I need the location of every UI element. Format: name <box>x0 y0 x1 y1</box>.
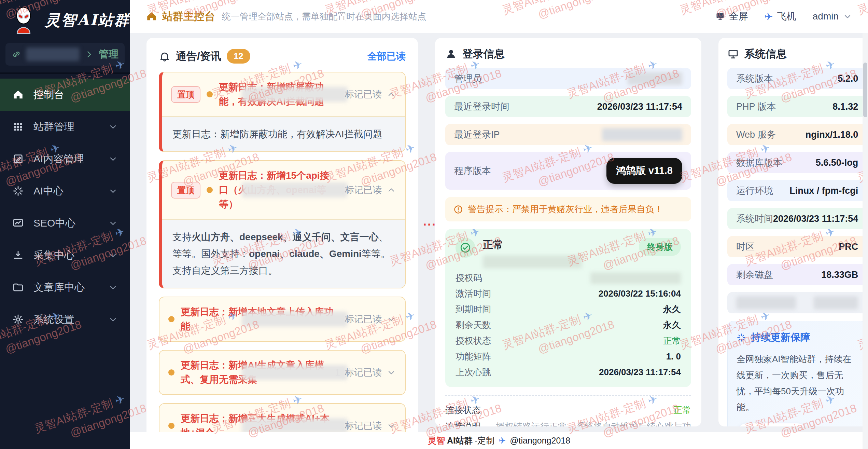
connection-row: 连接状态正常 <box>445 404 691 416</box>
pinned-badge: 置顶 <box>171 86 200 103</box>
notice-body: 支持火山方舟、deepseek、通义千问、文言一心、等等。国外支持：openai… <box>162 219 405 288</box>
guarantee-pill: 持续在线更新 <box>737 423 808 426</box>
footer-suffix: -定制 <box>475 435 494 446</box>
row-label: 最近登录IP <box>454 128 500 141</box>
sidebar-item-sites[interactable]: 站群管理 <box>0 111 130 143</box>
notice-item[interactable]: 置顶更新日志：新增防屏蔽功能，有效解决AI拦截问题标记已读更新日志：新增防屏蔽功… <box>159 72 406 152</box>
site-selector[interactable]: 管理 <box>5 43 125 66</box>
row-value: 2026/03/23 11:17:54 <box>597 101 682 112</box>
license-row: 激活时间2026/03/22 15:16:04 <box>456 288 681 300</box>
scrollbar[interactable] <box>863 33 868 449</box>
sidebar-item-ai-content[interactable]: AI内容管理 <box>0 143 130 175</box>
chevron-down-icon[interactable] <box>387 314 396 324</box>
row-label: 激活时间 <box>456 288 491 300</box>
app-root: 灵智AI站群 管理 控制台站群管理AI内容管理AI中心SEO中心采集中心文章库中… <box>0 0 868 449</box>
notice-item[interactable]: 更新日志：新增三大生成模式AI+本地+混合标记已读 <box>159 403 406 432</box>
grid-icon <box>12 121 24 133</box>
app-title: 灵智AI站群 <box>45 10 130 30</box>
monitor-icon <box>715 12 725 21</box>
sidebar-item-label: 站群管理 <box>33 120 74 134</box>
manage-link[interactable]: 管理 <box>99 47 118 61</box>
sidebar-item-collect-center[interactable]: 采集中心 <box>0 239 130 271</box>
mark-read-link[interactable]: 标记已读 <box>345 420 382 432</box>
home-icon <box>146 11 157 22</box>
row-label: 剩余磁盘 <box>736 269 773 281</box>
row-value: 永久 <box>663 303 681 315</box>
person-icon <box>445 48 457 60</box>
unread-count-badge: 12 <box>227 49 250 64</box>
footer-handle: @tiangong2018 <box>510 436 570 446</box>
row-value: 授权链路运行正常，系统将自动维护后续心跳与功能数据 <box>488 421 691 426</box>
notice-item[interactable]: 更新日志：新增本地文章上传入库功能标记已读 <box>159 297 406 342</box>
red-dots-decoration: ... <box>423 214 436 229</box>
chevron-down-icon[interactable] <box>387 368 396 377</box>
user-menu[interactable]: admin <box>813 11 852 22</box>
notice-header: 更新日志：新增本地文章上传入库功能标记已读 <box>159 297 405 341</box>
plane-label: 飞机 <box>777 10 796 23</box>
row-value: 8.1.32 <box>832 101 858 112</box>
footer-brand-accent: 灵智 <box>428 435 445 446</box>
notice-item[interactable]: 置顶更新日志：新增15个api接口（火山方舟、openai等等）标记已读支持火山… <box>159 160 406 288</box>
sidebar-item-console[interactable]: 控制台 <box>0 79 130 111</box>
sidebar-item-article-library[interactable]: 文章库中心 <box>0 271 130 303</box>
notices-column: 通告/资讯 12 全部已读 置顶更新日志：新增防屏蔽功能，有效解决AI拦截问题标… <box>146 38 418 432</box>
system-row: 剩余磁盘18.33GB <box>727 264 867 285</box>
row-value: 2026/03/23 11:17:54 <box>773 214 858 224</box>
row-label: 数据库版本 <box>736 157 782 169</box>
row-label: 系统时间 <box>736 213 773 225</box>
mark-read-link[interactable]: 标记已读 <box>345 88 382 100</box>
unread-dot-icon <box>207 187 213 193</box>
row-value: 5.2.0 <box>838 73 858 84</box>
mark-read-link[interactable]: 标记已读 <box>345 184 382 196</box>
chevron-up-icon[interactable] <box>387 185 396 195</box>
sidebar-menu: 控制台站群管理AI内容管理AI中心SEO中心采集中心文章库中心系统设置 <box>0 79 130 336</box>
license-row: 剩余天数永久 <box>456 319 681 331</box>
pinned-badge: 置顶 <box>171 182 200 199</box>
page-subtitle: 统一管理全部站点，需单独配置时在页面内选择站点 <box>222 11 426 23</box>
system-row: PHP 版本8.1.32 <box>727 96 867 117</box>
system-title: 系统信息 <box>744 47 787 61</box>
row-label: 授权状态 <box>456 335 491 347</box>
row-label: 剩余天数 <box>456 319 491 331</box>
license-edition-badge: 终身版 <box>639 238 681 256</box>
login-row: 管理员 <box>445 68 691 89</box>
chevron-down-icon <box>108 154 118 164</box>
notice-actions: 标记已读 <box>345 420 396 432</box>
fullscreen-button[interactable]: 全屏 <box>715 10 748 23</box>
folder-icon <box>12 282 24 293</box>
sidebar-item-label: 采集中心 <box>33 248 74 262</box>
mark-read-link[interactable]: 标记已读 <box>345 366 382 379</box>
login-title: 登录信息 <box>462 47 505 61</box>
notice-item[interactable]: 更新日志：新增AI生成文章入库模式、复用无需采集1标记已读 <box>159 350 406 395</box>
censored-date <box>242 418 348 432</box>
sidebar-divider <box>0 72 130 74</box>
license-card: 正常 终身版 授权码激活时间2026/03/22 15:16:04到期时间永久剩… <box>445 229 691 387</box>
chevron-down-icon[interactable] <box>387 421 396 431</box>
system-column: 系统信息 系统版本5.2.0PHP 版本8.1.32Web 服务nginx/1.… <box>718 38 868 432</box>
footer-brand: AI站群 <box>447 435 473 446</box>
telegram-button[interactable]: ✈ 飞机 <box>765 10 796 23</box>
page-title: 站群主控台 <box>162 9 215 24</box>
bell-icon <box>159 51 170 62</box>
connection-rows: 连接状态正常连接说明授权链路运行正常，系统将自动维护后续心跳与功能数据上次心跳2… <box>445 404 691 426</box>
scrollbar-thumb[interactable] <box>863 63 867 117</box>
notice-body: 更新日志：新增防屏蔽功能，有效解决AI拦截问题 <box>162 116 405 151</box>
chevron-up-icon[interactable] <box>387 90 396 99</box>
edit-icon <box>12 153 24 165</box>
row-label: 连接状态 <box>445 404 481 416</box>
row-label: 程序版本 <box>454 165 491 177</box>
unread-dot-icon <box>207 91 213 97</box>
read-all-link[interactable]: 全部已读 <box>367 50 406 63</box>
sidebar-item-seo-center[interactable]: SEO中心 <box>0 207 130 239</box>
row-label: 授权码 <box>456 272 482 284</box>
license-row: 到期时间永久 <box>456 303 681 315</box>
alert-icon <box>453 205 463 214</box>
sidebar-item-system-settings[interactable]: 系统设置 <box>0 303 130 336</box>
license-status: 正常 <box>483 238 582 252</box>
sidebar-item-ai-center[interactable]: AI中心 <box>0 175 130 207</box>
mark-read-link[interactable]: 标记已读 <box>345 313 382 325</box>
fullscreen-label: 全屏 <box>729 10 748 23</box>
chevron-down-icon <box>843 12 852 21</box>
connection-row: 连接说明授权链路运行正常，系统将自动维护后续心跳与功能数据 <box>445 421 691 426</box>
notice-header: 更新日志：新增AI生成文章入库模式、复用无需采集1标记已读 <box>159 351 405 394</box>
